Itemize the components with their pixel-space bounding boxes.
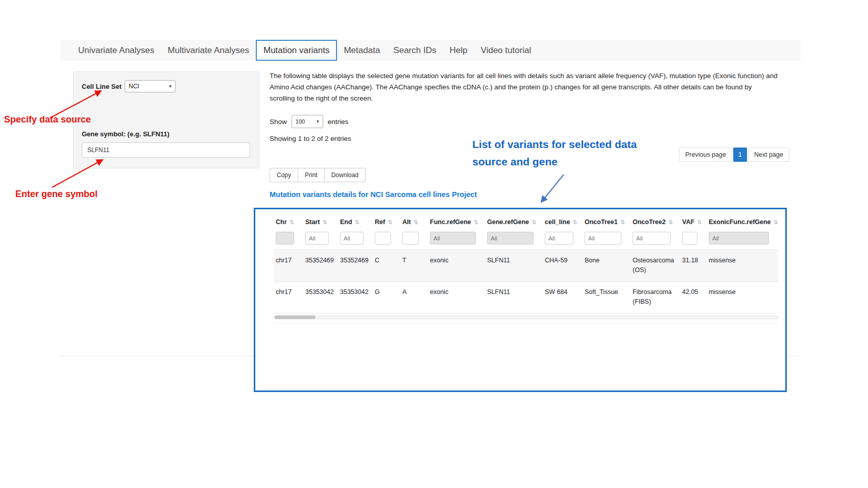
entries-label: entries (328, 118, 349, 126)
column-header-chr[interactable]: Chr⇅ (274, 213, 303, 230)
tab-search-ids[interactable]: Search IDs (387, 40, 443, 61)
page-length-value: 100 (296, 118, 305, 125)
controls-panel: Cell Line Set NCI ▾ Gene symbol: (e.g. S… (73, 71, 259, 168)
column-header-cell-line[interactable]: cell_line⇅ (543, 213, 583, 230)
sort-icon[interactable]: ⇅ (697, 219, 702, 225)
show-label: Show (270, 118, 287, 126)
pagination: Previous page 1 Next page (679, 148, 789, 162)
column-header-ref[interactable]: Ref⇅ (373, 213, 400, 230)
column-label: Func.refGene (430, 218, 471, 226)
filter-cell (274, 230, 303, 250)
column-header-end[interactable]: End⇅ (338, 213, 373, 230)
tab-label: Metadata (344, 45, 380, 56)
table-cell: 35353042 (303, 281, 338, 313)
filter-input-ref[interactable] (375, 232, 391, 245)
table-cell: SLFN11 (485, 281, 543, 313)
table-cell: chr17 (274, 250, 303, 282)
copy-button[interactable]: Copy (270, 168, 298, 182)
column-label: Alt (402, 218, 411, 226)
filter-input-cell-line[interactable] (545, 232, 573, 245)
annotation-enter-gene-symbol: Enter gene symbol (15, 189, 98, 200)
sort-icon[interactable]: ⇅ (668, 219, 673, 225)
sort-icon[interactable]: ⇅ (322, 219, 327, 225)
filter-input-start[interactable] (305, 232, 329, 245)
table-cell: SW 684 (543, 281, 583, 313)
column-header-vaf[interactable]: VAF⇅ (680, 213, 707, 230)
table-cell: SLFN11 (485, 250, 543, 282)
column-label: cell_line (545, 218, 570, 226)
filter-input-alt[interactable] (402, 232, 419, 245)
column-header-alt[interactable]: Alt⇅ (400, 213, 428, 230)
table-filter-row (274, 230, 778, 250)
column-label: OncoTree1 (585, 218, 618, 226)
filter-cell (400, 230, 428, 250)
table-cell: Fibrosarcoma (FIBS) (631, 281, 680, 313)
sort-icon[interactable]: ⇅ (290, 219, 294, 225)
sort-icon[interactable]: ⇅ (620, 219, 625, 225)
print-button[interactable]: Print (298, 168, 325, 182)
table-cell: Osteosarcoma (OS) (631, 250, 680, 282)
tab-label: Univariate Analyses (78, 45, 154, 56)
tab-mutation-variants[interactable]: Mutation variants (256, 40, 337, 61)
filter-input-exonicfunc-refgene[interactable] (709, 232, 769, 245)
tab-multivariate-analyses[interactable]: Multivariate Analyses (161, 40, 256, 61)
main-navbar: Univariate Analyses Multivariate Analyse… (60, 40, 801, 61)
column-header-oncotree1[interactable]: OncoTree1⇅ (583, 213, 631, 230)
gene-symbol-input[interactable] (82, 142, 250, 158)
filter-input-vaf[interactable] (682, 232, 697, 245)
table-bottom-rule (274, 323, 778, 324)
annotation-variants-line1: List of variants for selected data (472, 136, 637, 153)
table-cell: C (373, 250, 400, 282)
cell-line-set-select[interactable]: NCI ▾ (125, 80, 176, 92)
previous-page-button[interactable]: Previous page (679, 148, 732, 162)
table-title-link[interactable]: Mutation variants details for NCI Sarcom… (270, 190, 477, 199)
table-row[interactable]: chr173535246935352469CTexonicSLFN11CHA-5… (274, 250, 778, 282)
tab-video-tutorial[interactable]: Video tutorial (474, 40, 538, 61)
table-cell: Bone (583, 250, 631, 282)
filter-cell (631, 230, 680, 250)
column-label: Gene.refGene (487, 218, 529, 226)
column-label: OncoTree2 (633, 218, 666, 226)
cell-line-set-value: NCI (129, 83, 139, 90)
tab-label: Video tutorial (480, 45, 531, 56)
table-cell: 35352469 (338, 250, 373, 282)
filter-input-oncotree1[interactable] (585, 232, 621, 245)
filter-input-func-refgene[interactable] (430, 232, 476, 245)
column-label: Chr (276, 218, 287, 226)
tab-univariate-analyses[interactable]: Univariate Analyses (71, 40, 161, 61)
sort-icon[interactable]: ⇅ (355, 219, 359, 225)
column-header-exonicfunc-refgene[interactable]: ExonicFunc.refGene⇅ (707, 213, 778, 230)
page-length-select[interactable]: 100 ▾ (292, 115, 323, 128)
horizontal-scrollbar[interactable] (274, 315, 778, 320)
column-header-start[interactable]: Start⇅ (303, 213, 338, 230)
column-header-gene-refgene[interactable]: Gene.refGene⇅ (485, 213, 543, 230)
sort-icon[interactable]: ⇅ (414, 219, 418, 225)
column-header-func-refgene[interactable]: Func.refGene⇅ (428, 213, 485, 230)
current-page-button[interactable]: 1 (733, 148, 747, 162)
filter-input-gene-refgene[interactable] (487, 232, 534, 245)
column-header-oncotree2[interactable]: OncoTree2⇅ (631, 213, 680, 230)
filter-input-end[interactable] (340, 232, 364, 245)
sort-icon[interactable]: ⇅ (532, 219, 536, 225)
table-cell: 42.05 (680, 281, 707, 313)
filter-cell (680, 230, 707, 250)
scrollbar-thumb[interactable] (275, 315, 316, 319)
sort-icon[interactable]: ⇅ (474, 219, 478, 225)
table-cell: exonic (428, 281, 485, 313)
sort-icon[interactable]: ⇅ (572, 219, 577, 225)
annotation-variants-line2: source and gene (472, 153, 637, 170)
table-cell: missense (707, 281, 778, 313)
filter-cell (303, 230, 338, 250)
table-row[interactable]: chr173535304235353042GAexonicSLFN11SW 68… (274, 281, 778, 313)
column-label: VAF (682, 218, 694, 226)
filter-input-chr[interactable] (276, 232, 294, 245)
tab-help[interactable]: Help (443, 40, 474, 61)
sort-icon[interactable]: ⇅ (774, 219, 778, 225)
chevron-down-icon: ▾ (317, 119, 319, 124)
filter-input-oncotree2[interactable] (633, 232, 671, 245)
tab-metadata[interactable]: Metadata (337, 40, 387, 61)
next-page-button[interactable]: Next page (748, 148, 789, 162)
filter-cell (338, 230, 373, 250)
sort-icon[interactable]: ⇅ (388, 219, 392, 225)
download-button[interactable]: Download (324, 168, 366, 182)
